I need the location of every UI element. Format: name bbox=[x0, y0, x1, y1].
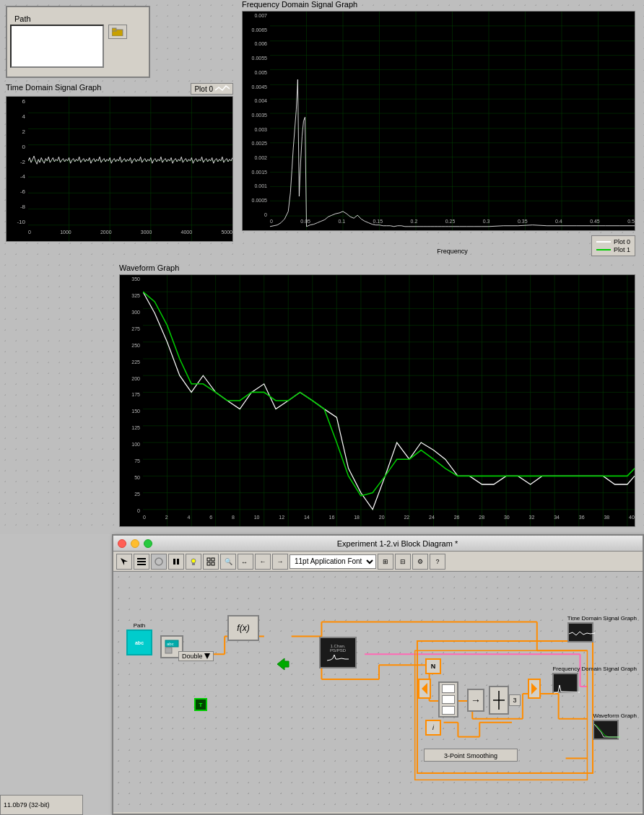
svg-marker-120 bbox=[204, 653, 210, 659]
multiply-node[interactable]: → bbox=[467, 689, 484, 712]
i-terminal: i bbox=[425, 720, 441, 736]
svg-rect-118 bbox=[165, 648, 172, 653]
svg-rect-81 bbox=[212, 558, 214, 561]
waveform-thumb-box[interactable] bbox=[593, 720, 619, 740]
t-indicator: T bbox=[194, 698, 207, 711]
shift-register-right[interactable] bbox=[528, 679, 541, 699]
svg-text:abc: abc bbox=[167, 642, 174, 646]
minimize-button[interactable] bbox=[131, 539, 139, 548]
svg-rect-73 bbox=[137, 561, 146, 562]
waveform-x-axis-label: Time bbox=[142, 518, 635, 526]
run-button[interactable] bbox=[151, 554, 167, 570]
svg-marker-71 bbox=[121, 558, 128, 565]
help-tool[interactable]: ? bbox=[430, 554, 445, 570]
time-domain-signal-graph: Time Domain Signal Graph Plot 0 6 4 2 0 … bbox=[6, 83, 233, 242]
block-diagram-title: Experiment 1-2.vi Block Diagram * bbox=[157, 539, 638, 548]
waveform-y-axis-label: Amplitude bbox=[121, 375, 129, 404]
svg-rect-76 bbox=[173, 559, 175, 565]
time-domain-graph-area: 6 4 2 0 -2 -4 -6 -8 -10 bbox=[6, 96, 233, 242]
svg-rect-80 bbox=[207, 558, 210, 561]
formula-node[interactable]: f(x) bbox=[227, 615, 259, 641]
block-diagram-window: Experiment 1-2.vi Block Diagram * 🔍 ↔ ← … bbox=[112, 534, 644, 815]
path-folder-button[interactable] bbox=[108, 25, 127, 39]
freq-x-axis-label: Frequency bbox=[269, 248, 635, 255]
path-label: Path bbox=[14, 14, 31, 23]
psd-node[interactable]: 1.Chan. PS/PSD bbox=[319, 637, 357, 668]
status-bar: 11.0b79 (32-bit) bbox=[0, 795, 83, 815]
waveform-graph-area: 350 325 300 275 250 225 200 175 150 125 … bbox=[119, 274, 635, 527]
align-tool[interactable]: ⊞ bbox=[378, 554, 393, 570]
font-select[interactable]: 11pt Application Font bbox=[290, 554, 376, 569]
double-selector[interactable]: Double bbox=[178, 651, 214, 661]
svg-marker-121 bbox=[277, 658, 289, 670]
right-arrow[interactable]: → bbox=[272, 554, 288, 570]
freq-domain-thumb-box[interactable] bbox=[552, 673, 578, 693]
block-diagram-titlebar: Experiment 1-2.vi Block Diagram * bbox=[113, 536, 643, 552]
svg-rect-72 bbox=[137, 558, 146, 559]
svg-rect-79 bbox=[192, 563, 195, 565]
time-y-axis-label: Amplitude bbox=[9, 152, 17, 180]
close-button[interactable] bbox=[118, 539, 126, 548]
svg-point-78 bbox=[191, 559, 196, 563]
path-control: Path bbox=[6, 6, 150, 78]
three-point-smoothing-label: 3-Point Smoothing bbox=[424, 749, 518, 762]
svg-marker-124 bbox=[531, 683, 537, 694]
settings-tool[interactable]: ⚙ bbox=[412, 554, 428, 570]
array-node-1[interactable] bbox=[438, 681, 458, 718]
svg-point-75 bbox=[155, 558, 162, 565]
path-input-field[interactable] bbox=[10, 25, 104, 68]
svg-rect-74 bbox=[137, 564, 146, 565]
arrow-node bbox=[276, 657, 290, 673]
svg-rect-1 bbox=[112, 28, 116, 31]
waveform-graph: Waveform Graph 350 325 300 275 250 225 2… bbox=[119, 263, 635, 527]
pause-button[interactable] bbox=[168, 554, 184, 570]
distribute-tool[interactable]: ⊟ bbox=[395, 554, 411, 570]
zoom-out[interactable]: ↔ bbox=[238, 554, 253, 570]
waveform-label: Waveform Graph bbox=[119, 263, 179, 272]
waveform-thumbnail: Waveform Graph bbox=[593, 712, 637, 740]
grid-tool[interactable] bbox=[203, 554, 219, 570]
time-domain-label: Time Domain Signal Graph bbox=[6, 83, 101, 92]
plot0-button[interactable]: Plot 0 bbox=[191, 83, 233, 95]
svg-marker-125 bbox=[422, 683, 427, 694]
path-node: Path abc bbox=[126, 622, 152, 655]
front-panel: Path Time Domain Signal Graph Plot 0 6 4… bbox=[0, 0, 644, 534]
svg-rect-82 bbox=[207, 562, 210, 565]
svg-rect-77 bbox=[177, 559, 179, 565]
constant-3: 3 bbox=[509, 694, 521, 706]
freq-domain-label: Frequency Domain Signal Graph bbox=[242, 0, 357, 9]
light-bulb[interactable] bbox=[186, 554, 201, 570]
arrow-tool[interactable] bbox=[116, 554, 132, 570]
time-x-axis-label: Time bbox=[6, 233, 233, 240]
freq-y-axis-label: Amplitude bbox=[243, 116, 251, 144]
zoom-in[interactable]: 🔍 bbox=[220, 554, 236, 570]
block-diagram-content: Path abc abc Double bbox=[113, 572, 643, 812]
left-arrow[interactable]: ← bbox=[255, 554, 271, 570]
time-domain-thumb-box[interactable] bbox=[567, 622, 593, 642]
n-terminal: N bbox=[425, 658, 441, 674]
freq-domain-graph-area: 0.007 0.0065 0.006 0.0055 0.005 0.0045 0… bbox=[242, 11, 635, 231]
frequency-domain-signal-graph: Frequency Domain Signal Graph 0.007 0.00… bbox=[242, 0, 635, 256]
add-node[interactable] bbox=[489, 686, 509, 715]
time-domain-thumbnail: Time Domain Signal Graph bbox=[567, 615, 637, 642]
maximize-button[interactable] bbox=[144, 539, 152, 548]
path-node-box[interactable]: abc bbox=[126, 629, 152, 655]
block-diagram-toolbar: 🔍 ↔ ← → 11pt Application Font ⊞ ⊟ ⚙ ? bbox=[113, 552, 643, 572]
shift-register-left[interactable] bbox=[418, 679, 431, 699]
reorder-tool[interactable] bbox=[134, 554, 149, 570]
freq-domain-thumbnail: Frequency Domain Signal Graph bbox=[552, 666, 637, 693]
svg-text:↔: ↔ bbox=[241, 559, 248, 566]
svg-rect-83 bbox=[212, 562, 214, 565]
